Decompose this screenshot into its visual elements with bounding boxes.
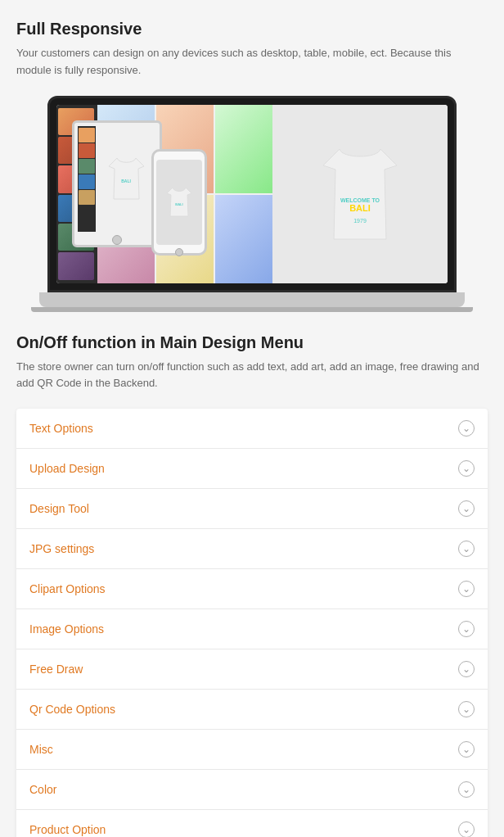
tshirt-large-svg: WELCOME TO BALI 1979 bbox=[311, 141, 409, 247]
phone-home-btn bbox=[175, 248, 183, 256]
page-wrapper: Full Responsive Your customers can desig… bbox=[0, 0, 504, 837]
accordion-label-4: Clipart Options bbox=[29, 582, 106, 595]
laptop-foot bbox=[31, 307, 473, 312]
responsive-title: Full Responsive bbox=[16, 20, 488, 38]
grid-cell-3 bbox=[215, 105, 272, 193]
accordion-label-0: Text Options bbox=[29, 422, 93, 435]
accordion-item-6[interactable]: Free Draw⌄ bbox=[16, 649, 488, 690]
tablet-thumb-4 bbox=[79, 174, 95, 189]
tablet-main: BALI bbox=[96, 126, 156, 232]
sidebar-thumb-6 bbox=[58, 252, 94, 279]
screen-tshirt-area: WELCOME TO BALI 1979 bbox=[272, 105, 448, 283]
accordion-item-10[interactable]: Product Option⌄ bbox=[16, 810, 488, 837]
accordion-chevron-icon-1: ⌄ bbox=[458, 460, 475, 477]
tablet-thumb-1 bbox=[79, 128, 95, 143]
tablet-thumb-5 bbox=[79, 190, 95, 205]
svg-text:BALI: BALI bbox=[349, 203, 371, 213]
laptop-base bbox=[39, 292, 465, 307]
svg-text:BALI: BALI bbox=[175, 202, 182, 206]
accordion-chevron-icon-3: ⌄ bbox=[458, 541, 475, 557]
accordion-chevron-icon-9: ⌄ bbox=[458, 781, 475, 798]
accordion-label-10: Product Option bbox=[29, 823, 106, 836]
accordion-chevron-icon-10: ⌄ bbox=[458, 821, 475, 837]
accordion-chevron-icon-7: ⌄ bbox=[458, 701, 475, 717]
svg-text:1979: 1979 bbox=[353, 218, 367, 224]
accordion-item-4[interactable]: Clipart Options⌄ bbox=[16, 569, 488, 609]
accordion-chevron-icon-6: ⌄ bbox=[458, 661, 475, 677]
accordion-chevron-icon-2: ⌄ bbox=[458, 500, 475, 517]
accordion-label-2: Design Tool bbox=[29, 502, 89, 515]
accordion-chevron-icon-5: ⌄ bbox=[458, 621, 475, 637]
accordion-item-7[interactable]: Qr Code Options⌄ bbox=[16, 690, 488, 730]
onoff-title: On/Off function in Main Design Menu bbox=[16, 333, 488, 352]
accordion-label-5: Image Options bbox=[29, 622, 104, 636]
section-onoff: On/Off function in Main Design Menu The … bbox=[16, 333, 488, 837]
accordion-chevron-icon-0: ⌄ bbox=[458, 420, 475, 437]
accordion-label-9: Color bbox=[29, 783, 56, 796]
accordion-chevron-icon-4: ⌄ bbox=[458, 581, 475, 597]
section-responsive: Full Responsive Your customers can desig… bbox=[16, 20, 488, 309]
tablet-sidebar bbox=[78, 126, 96, 232]
accordion-label-6: Free Draw bbox=[29, 663, 83, 676]
accordion-label-7: Qr Code Options bbox=[29, 703, 115, 716]
accordion-item-5[interactable]: Image Options⌄ bbox=[16, 609, 488, 649]
responsive-desc: Your customers can design on any devices… bbox=[16, 45, 488, 79]
accordion-item-9[interactable]: Color⌄ bbox=[16, 770, 488, 810]
phone-mockup: BALI bbox=[151, 149, 207, 256]
onoff-desc: The store owner can turn on/off function… bbox=[16, 359, 488, 393]
svg-text:WELCOME TO: WELCOME TO bbox=[340, 197, 380, 203]
accordion-label-3: JPG settings bbox=[29, 542, 94, 555]
accordion-label-8: Misc bbox=[29, 743, 53, 756]
tablet-home-btn bbox=[112, 235, 122, 245]
phone-tshirt-svg: BALI bbox=[164, 185, 194, 219]
accordion-item-0[interactable]: Text Options⌄ bbox=[16, 409, 488, 449]
accordion-chevron-icon-8: ⌄ bbox=[458, 741, 475, 758]
svg-text:BALI: BALI bbox=[121, 179, 131, 183]
device-mockup: WELCOME TO BALI 1979 bbox=[16, 96, 488, 309]
accordion-item-2[interactable]: Design Tool⌄ bbox=[16, 489, 488, 529]
tablet-mockup: BALI bbox=[72, 120, 162, 247]
tablet-thumb-3 bbox=[79, 159, 95, 174]
accordion-item-1[interactable]: Upload Design⌄ bbox=[16, 449, 488, 489]
tablet-thumb-2 bbox=[79, 143, 95, 158]
grid-cell-6 bbox=[215, 195, 272, 283]
phone-screen: BALI bbox=[156, 160, 202, 245]
accordion-item-8[interactable]: Misc⌄ bbox=[16, 730, 488, 770]
accordion-label-1: Upload Design bbox=[29, 462, 105, 475]
tablet-tshirt-svg: BALI bbox=[104, 154, 149, 203]
accordion-item-3[interactable]: JPG settings⌄ bbox=[16, 529, 488, 569]
accordion-container: Text Options⌄Upload Design⌄Design Tool⌄J… bbox=[16, 409, 488, 837]
tablet-screen: BALI bbox=[78, 126, 156, 232]
